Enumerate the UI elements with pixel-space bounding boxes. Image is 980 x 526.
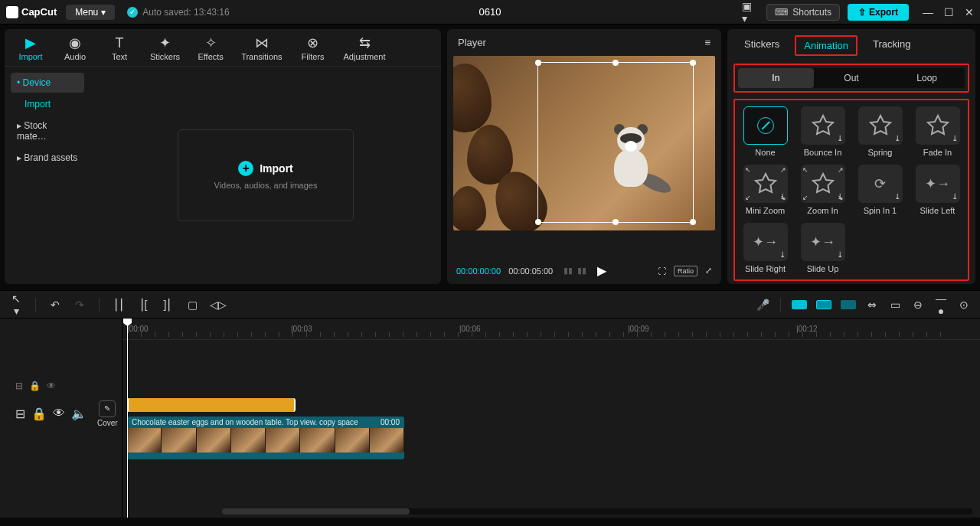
tool-tab-adjustment[interactable]: ⇆Adjustment xyxy=(339,34,390,63)
anim-item-fade-in[interactable]: ⤓Fade In xyxy=(913,106,962,157)
zoom-out-icon[interactable]: ⊖ xyxy=(911,299,925,311)
sticker-clip[interactable] xyxy=(127,398,296,412)
project-title[interactable]: 0610 xyxy=(479,6,501,18)
import-dropzone[interactable]: + Import Videos, audios, and images xyxy=(178,129,354,221)
play-button[interactable]: ▶ xyxy=(597,263,606,278)
anim-dir-loop[interactable]: Loop xyxy=(889,68,965,88)
anim-thumb: ⟳⤓ xyxy=(858,165,903,203)
preview-icon[interactable]: ▭ xyxy=(888,299,902,311)
inspector-tab-animation[interactable]: Animation xyxy=(795,35,858,56)
inspector-tab-stickers[interactable]: Stickers xyxy=(737,35,787,56)
cover-button[interactable]: ✎ Cover xyxy=(97,400,118,427)
track-view-2[interactable] xyxy=(816,300,831,309)
sidebar-item[interactable]: ▸ Brand assets xyxy=(11,148,84,168)
export-label: Export xyxy=(869,7,898,18)
main-area: ▶Import◉AudioTText✦Stickers✧Effects⋈Tran… xyxy=(0,25,980,289)
ratio-button[interactable]: Ratio xyxy=(674,266,697,276)
tool-tab-audio[interactable]: ◉Audio xyxy=(57,34,93,63)
anim-item-spin-in-1[interactable]: ⟳⤓Spin In 1 xyxy=(856,165,904,215)
zoom-fit-icon[interactable]: ⊙ xyxy=(957,299,971,311)
lock-icon[interactable]: 🔒 xyxy=(31,407,47,421)
download-icon: ⤓ xyxy=(837,250,843,259)
scrollbar-thumb[interactable] xyxy=(222,508,410,515)
collapse-icon[interactable]: ⊟ xyxy=(15,407,25,421)
crop-icon[interactable]: ⛶ xyxy=(658,266,666,276)
source-nav: • DeviceImport▸ Stock mate…▸ Brand asset… xyxy=(5,67,90,284)
sidebar-item[interactable]: • Device xyxy=(11,73,84,93)
anim-item-none[interactable]: None xyxy=(741,106,789,157)
player-menu-icon[interactable]: ≡ xyxy=(704,37,710,48)
tool-tab-text[interactable]: TText xyxy=(101,34,138,63)
bars-icon[interactable]: ▮▮ xyxy=(577,266,586,276)
anim-dir-in[interactable]: In xyxy=(738,68,814,88)
lock-icon[interactable]: 🔒 xyxy=(29,381,41,391)
tracks-area[interactable]: |00:00|00:03|00:06|00:09|00:12 Chocolate… xyxy=(122,319,980,518)
tool-tab-import[interactable]: ▶Import xyxy=(12,34,49,63)
close-button[interactable]: ✕ xyxy=(965,6,974,18)
trim-right-tool[interactable]: ]⎮ xyxy=(161,299,175,311)
ruler-mark: |00:12 xyxy=(796,325,818,333)
tool-tab-stickers[interactable]: ✦Stickers xyxy=(145,34,185,63)
track-view-1[interactable] xyxy=(792,300,807,309)
menu-button[interactable]: Menu ▾ xyxy=(66,5,115,20)
trim-left-tool[interactable]: ⎮[ xyxy=(136,299,150,311)
maximize-button[interactable]: ☐ xyxy=(944,6,954,18)
selection-box[interactable] xyxy=(537,62,694,223)
anim-thumb: ✦→⤓ xyxy=(801,223,845,261)
minimize-button[interactable]: — xyxy=(923,6,933,18)
pointer-tool[interactable]: ↖ ▾ xyxy=(9,292,23,317)
anim-label: Spring xyxy=(868,148,893,157)
shortcuts-button[interactable]: ⌨ Shortcuts xyxy=(766,4,840,21)
mute-icon[interactable]: 🔈 xyxy=(71,407,87,421)
anim-item-slide-right[interactable]: ✦→⤓Slide Right xyxy=(741,223,789,273)
handle-bottom-left[interactable] xyxy=(535,219,541,225)
inspector-tab-tracking[interactable]: Tracking xyxy=(865,35,918,56)
eye-icon[interactable]: 👁 xyxy=(47,381,56,391)
video-clip[interactable]: Chocolate easter eggs and on wooden tabl… xyxy=(127,417,404,459)
zoom-slider[interactable]: —● xyxy=(934,292,948,317)
anim-item-spring[interactable]: ⤓Spring xyxy=(856,106,904,157)
player-viewport[interactable] xyxy=(453,56,715,257)
playhead[interactable] xyxy=(127,319,128,518)
tool-tab-effects[interactable]: ✧Effects xyxy=(192,34,229,63)
handle-top-left[interactable] xyxy=(535,60,541,66)
timeline-right-tools: 🎤 ⇔ ▭ ⊖ —● ⊙ xyxy=(756,292,971,317)
anim-item-mini-zoom[interactable]: ↖↗↙↘⤓Mini Zoom xyxy=(741,165,789,215)
split-tool[interactable]: ⎮⎮ xyxy=(112,299,126,311)
fullscreen-icon[interactable]: ⤢ xyxy=(705,266,712,276)
clip-time: 00:00 xyxy=(381,418,400,426)
mic-icon[interactable]: 🎤 xyxy=(756,299,769,311)
anim-thumb: ⤓ xyxy=(916,106,960,145)
sidebar-item[interactable]: Import xyxy=(11,94,84,114)
timeline-scrollbar[interactable] xyxy=(222,508,972,515)
layout-icon[interactable]: ▣ ▾ xyxy=(742,4,759,21)
track-view-3[interactable] xyxy=(841,300,856,309)
anim-item-bounce-in[interactable]: ⤓Bounce In xyxy=(799,106,847,157)
anim-item-slide-left[interactable]: ✦→⤓Slide Left xyxy=(913,165,962,215)
tool-tab-filters[interactable]: ⊗Filters xyxy=(295,34,332,63)
time-ruler[interactable]: |00:00|00:03|00:06|00:09|00:12 xyxy=(122,319,980,340)
autosave-status: ✓ Auto saved: 13:43:16 xyxy=(127,7,229,18)
anim-label: Mini Zoom xyxy=(746,206,785,215)
handle-bottom-center[interactable] xyxy=(612,219,619,225)
snap-icon[interactable]: ⇔ xyxy=(865,299,879,311)
handle-bottom-right[interactable] xyxy=(690,219,696,225)
undo-button[interactable]: ↶ xyxy=(48,299,62,311)
collapse-icon[interactable]: ⊟ xyxy=(15,381,23,391)
anim-dir-out[interactable]: Out xyxy=(814,68,890,88)
anim-item-zoom-in[interactable]: ↖↗↙↘⤓Zoom In xyxy=(799,165,847,215)
clip-thumbnails xyxy=(127,428,404,452)
bars-icon[interactable]: ▮▮ xyxy=(564,266,573,276)
sidebar-item[interactable]: ▸ Stock mate… xyxy=(11,116,84,146)
mirror-tool[interactable]: ◁▷ xyxy=(210,299,224,311)
inspector-tabs: StickersAnimationTracking xyxy=(727,29,975,60)
tool-label: Import xyxy=(18,52,42,61)
export-button[interactable]: ⇧ Export xyxy=(848,4,909,21)
delete-tool[interactable]: ▢ xyxy=(185,299,199,311)
anim-item-slide-up[interactable]: ✦→⤓Slide Up xyxy=(799,223,847,273)
eye-icon[interactable]: 👁 xyxy=(53,407,65,421)
tool-tab-transitions[interactable]: ⋈Transitions xyxy=(237,34,286,63)
handle-top-right[interactable] xyxy=(690,60,696,66)
redo-button[interactable]: ↷ xyxy=(73,299,87,311)
handle-top-center[interactable] xyxy=(612,60,619,66)
